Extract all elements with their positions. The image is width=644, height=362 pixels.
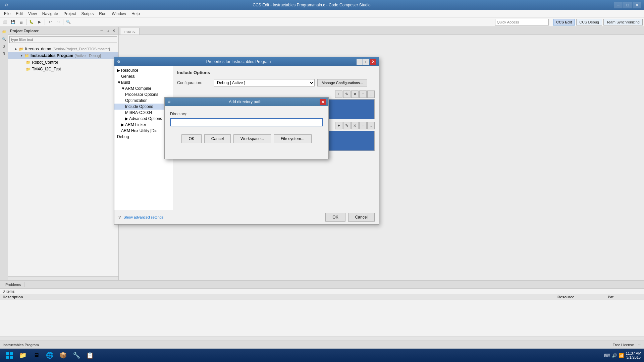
nav-arm-hex[interactable]: ARM Hex Utility [Dis xyxy=(114,128,173,134)
properties-minimize-btn[interactable]: ─ xyxy=(357,59,363,65)
menu-run[interactable]: Run xyxy=(96,11,109,17)
add-dir-icon: ⚙ xyxy=(167,100,171,104)
toolbar-sep-4 xyxy=(551,19,551,25)
properties-dialog-title: Properties for Instructables Program xyxy=(120,59,357,64)
search-icon[interactable]: 🔍 xyxy=(1,36,7,42)
variables-icon[interactable]: $ xyxy=(1,43,7,50)
move-up-btn[interactable]: ↑ xyxy=(359,90,367,98)
nav-general[interactable]: General xyxy=(114,73,173,79)
nav-include-options[interactable]: Include Options xyxy=(114,104,173,110)
window-controls: ─ □ ✕ xyxy=(614,2,641,8)
nav-build[interactable]: ▼ Build xyxy=(114,79,173,85)
run-button[interactable]: ▶ xyxy=(36,18,43,26)
add-dir-ok-btn[interactable]: OK xyxy=(181,134,201,143)
save-button[interactable]: 💾 xyxy=(9,18,17,26)
minimize-button[interactable]: ─ xyxy=(614,2,623,8)
add-dir-workspace-btn[interactable]: Workspace... xyxy=(233,134,271,143)
directory-input[interactable] xyxy=(170,118,323,126)
project-hscroll[interactable] xyxy=(8,276,118,280)
project-filter-input[interactable] xyxy=(9,36,117,43)
menu-scripts[interactable]: Scripts xyxy=(79,11,97,17)
team-sync-perspective[interactable]: Team Synchronizing xyxy=(603,19,643,25)
nav-arrow-arm: ▼ xyxy=(121,86,125,91)
menu-view[interactable]: View xyxy=(25,11,40,17)
move-down-btn[interactable]: ↓ xyxy=(367,90,375,98)
nav-advanced-options[interactable]: ▶ Advanced Options xyxy=(114,116,173,122)
tree-item-instructables[interactable]: ▼ 📁 Instructables Program [Active - Debu… xyxy=(8,52,118,59)
nav-resource[interactable]: ▶ Resource xyxy=(114,67,173,73)
properties-cancel-btn[interactable]: Cancel xyxy=(348,213,375,222)
file-explorer-icon[interactable]: 📁 xyxy=(17,349,29,361)
menu-file[interactable]: File xyxy=(1,11,13,17)
editor-tabs: main.c xyxy=(119,27,644,35)
move-file-up-btn[interactable]: ↑ xyxy=(359,122,367,129)
problems-tab[interactable]: Problems xyxy=(2,282,24,287)
nav-arm-linker[interactable]: ▶ ARM Linker xyxy=(114,122,173,128)
move-file-down-btn[interactable]: ↓ xyxy=(367,122,375,129)
ccs-edit-perspective[interactable]: CCS Edit xyxy=(553,19,575,25)
tree-item-freertos[interactable]: ▶ 📂 freertos_demo [Senior-Project_FreeRT… xyxy=(8,46,118,52)
taskbar-icon-3d[interactable]: 📦 xyxy=(57,349,69,361)
quick-access-input[interactable] xyxy=(495,19,549,25)
add-directory-dialog: ⚙ Add directory path ✕ Directory: OK Can… xyxy=(164,97,329,159)
explorer-icon[interactable]: 📁 xyxy=(1,28,7,35)
add-dir-filesystem-btn[interactable]: File system... xyxy=(274,134,312,143)
redo-button[interactable]: ↪ xyxy=(54,18,62,26)
add-file-btn[interactable]: + xyxy=(335,122,342,129)
edit-include-btn[interactable]: ✎ xyxy=(343,90,351,98)
taskbar-date: 3/1/2015 xyxy=(626,355,641,359)
start-button[interactable] xyxy=(3,349,16,361)
maximize-button[interactable]: □ xyxy=(623,2,632,8)
ccs-debug-perspective[interactable]: CCS Debug xyxy=(576,19,602,25)
panel-close-icon[interactable]: ✕ xyxy=(111,28,116,34)
close-button[interactable]: ✕ xyxy=(633,2,641,8)
new-button[interactable]: ⬜ xyxy=(1,18,9,26)
project-explorer-header: Project Explorer ─ □ ✕ xyxy=(8,27,118,35)
menu-help[interactable]: Help xyxy=(129,11,143,17)
taskbar-icon-app[interactable]: 📋 xyxy=(84,349,96,361)
show-advanced-link[interactable]: Show advanced settings xyxy=(123,215,163,219)
undo-button[interactable]: ↩ xyxy=(46,18,54,26)
folder-icon: 📁 xyxy=(25,60,31,65)
taskbar-icon-chrome[interactable]: 🌐 xyxy=(44,349,56,361)
add-dir-close-btn[interactable]: ✕ xyxy=(320,99,326,105)
tree-item-tm4c[interactable]: 📁 TM4C_I2C_Test xyxy=(8,66,118,72)
status-dots: ⋯ xyxy=(638,343,641,347)
add-include-btn[interactable]: + xyxy=(335,90,342,98)
path-column-header: Pat xyxy=(608,295,641,299)
nav-label-debug: Debug xyxy=(117,134,129,139)
edit-file-btn[interactable]: ✎ xyxy=(343,122,351,129)
nav-misra[interactable]: MISRA-C:2004 xyxy=(114,110,173,116)
search-button[interactable]: 🔍 xyxy=(65,18,72,26)
nav-arm-compiler[interactable]: ▼ ARM Compiler xyxy=(114,85,173,92)
problems-header: Problems xyxy=(0,281,644,289)
nav-debug[interactable]: Debug xyxy=(114,134,173,140)
manage-configs-btn[interactable]: Manage Configurations... xyxy=(317,79,367,86)
nav-optimization[interactable]: Optimization xyxy=(114,98,173,104)
expand-arrow-2: ▼ xyxy=(20,54,24,57)
add-dir-cancel-btn[interactable]: Cancel xyxy=(204,134,231,143)
menu-window[interactable]: Window xyxy=(109,11,129,17)
tree-item-robot[interactable]: 📁 Robot_Control xyxy=(8,59,118,66)
help-icon[interactable]: ? xyxy=(118,215,121,220)
debug-button[interactable]: 🐛 xyxy=(28,18,35,26)
panel-minimize-icon[interactable]: ─ xyxy=(99,28,104,34)
taskbar-icon-2[interactable]: 🖥 xyxy=(30,349,42,361)
editor-tab-mainc[interactable]: main.c xyxy=(120,28,140,35)
properties-close-btn[interactable]: ✕ xyxy=(370,59,376,65)
menu-bar: File Edit View Navigate Project Scripts … xyxy=(0,10,644,17)
menu-project[interactable]: Project xyxy=(61,11,78,17)
properties-maximize-btn[interactable]: □ xyxy=(363,59,369,65)
nav-processor-options[interactable]: Processor Options xyxy=(114,92,173,98)
problems-hscroll[interactable] xyxy=(0,337,644,341)
taskbar-icon-tools[interactable]: 🔧 xyxy=(70,349,83,361)
delete-file-btn[interactable]: ✕ xyxy=(351,122,359,129)
delete-include-btn[interactable]: ✕ xyxy=(351,90,359,98)
config-select[interactable]: Debug [ Active ] xyxy=(214,79,315,86)
menu-navigate[interactable]: Navigate xyxy=(40,11,61,17)
panel-maximize-icon[interactable]: □ xyxy=(105,28,110,34)
print-button[interactable]: 🖨 xyxy=(17,18,25,26)
menu-edit[interactable]: Edit xyxy=(13,11,25,17)
properties-ok-btn[interactable]: OK xyxy=(325,213,345,222)
registers-icon[interactable]: R xyxy=(1,50,7,57)
